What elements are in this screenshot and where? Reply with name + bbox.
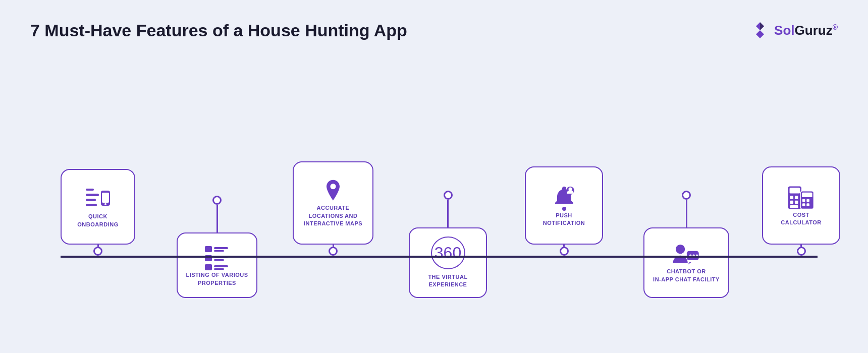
page-title: 7 Must-Have Features of a House Hunting …: [30, 20, 407, 41]
feature-label-1: QUICKONBOARDING: [77, 213, 118, 228]
location-icon: [320, 178, 346, 204]
feature-item-4: 360 THE VIRTUALEXPERIENCE: [409, 191, 487, 298]
svg-rect-15: [214, 268, 224, 270]
svg-rect-28: [790, 201, 793, 204]
svg-rect-35: [802, 203, 805, 206]
feature-label-3: ACCURATELOCATIONS ANDINTERACTIVE MAPS: [304, 204, 362, 227]
dot-2: [212, 196, 222, 205]
connector-4: [447, 200, 449, 227]
feature-card-1: QUICKONBOARDING: [61, 169, 135, 245]
svg-rect-26: [790, 196, 793, 199]
notification-icon: [550, 184, 578, 212]
dot-1: [93, 247, 102, 256]
svg-point-19: [676, 245, 685, 254]
timeline-section: QUICKONBOARDING: [30, 56, 838, 298]
svg-point-16: [562, 207, 566, 211]
svg-rect-33: [802, 199, 805, 202]
feature-item-2: LISTING OF VARIOUSPROPERTIES: [177, 196, 257, 298]
feature-item-5: PUSHNOTIFICATION: [525, 166, 603, 256]
feature-item-1: QUICKONBOARDING: [61, 169, 135, 256]
dot-6: [682, 191, 691, 200]
svg-rect-1: [86, 199, 96, 201]
360-icon: 360: [431, 237, 465, 269]
svg-rect-2: [86, 204, 97, 206]
feature-card-2: LISTING OF VARIOUSPROPERTIES: [177, 232, 257, 298]
svg-rect-34: [806, 199, 809, 202]
svg-rect-29: [794, 201, 798, 204]
connector-2: [216, 205, 218, 232]
svg-rect-7: [205, 246, 212, 252]
svg-rect-25: [789, 188, 800, 193]
feature-item-7: COSTCALCULATOR: [762, 166, 840, 256]
calculator-icon: [786, 184, 817, 211]
svg-rect-13: [205, 264, 212, 270]
svg-rect-14: [214, 265, 228, 267]
dot-5: [560, 247, 569, 256]
timeline-line: [61, 256, 818, 258]
svg-rect-36: [806, 203, 809, 206]
svg-rect-3: [86, 189, 94, 191]
logo-icon: [750, 20, 770, 40]
feature-label-5: PUSHNOTIFICATION: [543, 212, 585, 227]
onboarding-icon: [84, 185, 112, 213]
svg-rect-30: [790, 205, 798, 208]
feature-item-3: ACCURATELOCATIONS ANDINTERACTIVE MAPS: [293, 161, 373, 256]
chatbot-icon: [670, 242, 702, 268]
svg-rect-9: [214, 250, 224, 252]
svg-point-6: [104, 203, 106, 205]
svg-rect-8: [214, 247, 228, 249]
dot-4: [444, 191, 453, 200]
feature-label-2: LISTING OF VARIOUSPROPERTIES: [186, 271, 248, 287]
feature-card-4: 360 THE VIRTUALEXPERIENCE: [409, 227, 487, 298]
feature-label-4: THE VIRTUALEXPERIENCE: [428, 273, 467, 289]
dot-7: [797, 247, 806, 256]
page-container: 7 Must-Have Features of a House Hunting …: [0, 0, 868, 353]
feature-card-3: ACCURATELOCATIONS ANDINTERACTIVE MAPS: [293, 161, 373, 245]
connector-6: [686, 200, 687, 227]
feature-item-6: CHATBOT ORIN-APP CHAT FACILITY: [643, 191, 729, 298]
svg-rect-32: [801, 193, 812, 197]
svg-rect-5: [102, 193, 109, 203]
feature-label-6: CHATBOT ORIN-APP CHAT FACILITY: [653, 268, 720, 283]
svg-rect-0: [86, 194, 99, 196]
svg-rect-12: [214, 259, 224, 261]
feature-card-7: COSTCALCULATOR: [762, 166, 840, 245]
feature-label-7: COSTCALCULATOR: [781, 211, 821, 227]
feature-card-5: PUSHNOTIFICATION: [525, 166, 603, 245]
feature-card-6: CHATBOT ORIN-APP CHAT FACILITY: [643, 227, 729, 298]
logo: SolGuruz®: [750, 20, 838, 40]
dot-3: [329, 247, 338, 256]
header: 7 Must-Have Features of a House Hunting …: [30, 20, 838, 41]
logo-text: SolGuruz®: [774, 23, 838, 38]
svg-rect-27: [794, 196, 798, 199]
